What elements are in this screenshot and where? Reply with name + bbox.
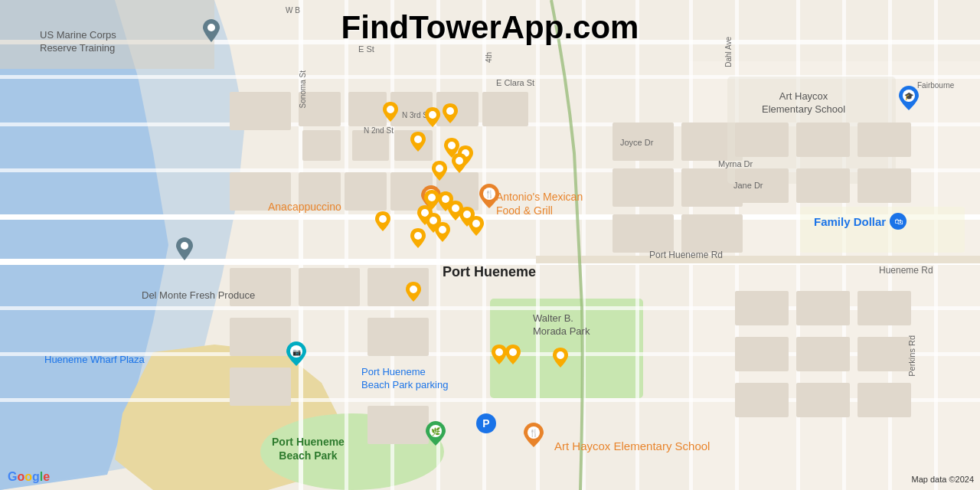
label-n2nd-st: N 2nd St xyxy=(364,126,394,135)
svg-text:🎓: 🎓 xyxy=(904,91,914,101)
svg-point-76 xyxy=(207,24,215,31)
map-container: FindTowerApp.com US Marine CorpsReserve … xyxy=(0,0,980,490)
label-family-dollar: Family Dollar 🛍 xyxy=(814,213,906,230)
svg-point-98 xyxy=(428,194,436,201)
svg-point-88 xyxy=(456,157,463,165)
label-surfside-seafood: Art Haycox Elementary School xyxy=(554,439,710,452)
label-walter-park: Walter B.Morada Park xyxy=(533,312,590,338)
label-wb: W B xyxy=(286,6,300,15)
svg-rect-42 xyxy=(345,172,387,211)
label-us-marine: US Marine CorpsReserve Training xyxy=(40,29,116,55)
label-port-hueneme-rd: Port Hueneme Rd xyxy=(649,250,723,260)
label-antonios: Antonio's MexicanFood & Grill xyxy=(496,190,583,217)
svg-point-84 xyxy=(446,107,454,115)
label-dahl-ave: Dahl Ave xyxy=(724,37,733,67)
pin-del-monte xyxy=(176,237,193,260)
pin-marine xyxy=(203,19,220,42)
pin-y2 xyxy=(425,107,440,127)
label-myrna-dr: Myrna Dr xyxy=(718,159,753,168)
svg-point-91 xyxy=(452,204,459,212)
svg-rect-39 xyxy=(482,92,528,126)
svg-rect-49 xyxy=(612,214,674,253)
pin-y4 xyxy=(410,132,426,152)
label-fairbourne: Fairbourne xyxy=(917,81,954,90)
pin-y12 xyxy=(469,216,484,236)
label-art-haycox: Art HaycoxElementary School xyxy=(762,90,845,116)
svg-rect-71 xyxy=(230,318,291,356)
svg-point-86 xyxy=(448,142,456,149)
svg-rect-63 xyxy=(796,337,850,371)
pin-y21 xyxy=(505,345,521,364)
svg-point-103 xyxy=(557,351,564,359)
svg-point-100 xyxy=(410,286,417,293)
label-port-hueneme: Port Hueneme xyxy=(443,264,536,280)
label-sonoma-st: Sonoma St xyxy=(299,70,307,108)
site-title: FindTowerApp.com xyxy=(341,9,639,46)
svg-text:🍴: 🍴 xyxy=(529,428,539,438)
svg-text:📷: 📷 xyxy=(292,348,302,357)
svg-rect-50 xyxy=(681,214,743,253)
map-data-text: Map data ©2024 xyxy=(912,475,975,484)
pin-parking: P xyxy=(476,413,496,438)
svg-rect-62 xyxy=(735,337,789,371)
pin-y15 xyxy=(435,222,450,242)
label-perkins-rd: Perkins Rd xyxy=(907,335,916,377)
svg-rect-55 xyxy=(858,122,911,157)
svg-rect-54 xyxy=(796,122,850,157)
svg-text:P: P xyxy=(482,417,489,430)
pin-y20 xyxy=(492,345,507,364)
svg-rect-47 xyxy=(612,168,674,207)
label-hueneme-wharf: Hueneme Wharf Plaza xyxy=(44,354,145,365)
label-beach-parking: Port HuenemeBeach Park parking xyxy=(361,366,448,392)
svg-point-83 xyxy=(429,111,436,119)
svg-point-93 xyxy=(472,220,480,227)
label-jane-dr: Jane Dr xyxy=(733,181,763,190)
svg-rect-19 xyxy=(436,0,440,490)
svg-rect-33 xyxy=(302,130,341,161)
svg-rect-74 xyxy=(368,406,429,444)
svg-rect-31 xyxy=(230,92,291,130)
svg-rect-57 xyxy=(796,168,850,203)
svg-rect-67 xyxy=(858,383,911,417)
label-del-monte: Del Monte Fresh Produce xyxy=(142,289,255,301)
label-beach-park: Port HuenemeBeach Park xyxy=(272,435,345,462)
pin-y22 xyxy=(553,348,568,368)
svg-point-96 xyxy=(439,226,446,234)
pin-surfside: 🍴 xyxy=(524,423,544,447)
svg-point-82 xyxy=(387,106,394,113)
svg-rect-53 xyxy=(735,122,789,157)
svg-rect-61 xyxy=(858,291,911,325)
svg-rect-69 xyxy=(299,268,360,306)
svg-rect-65 xyxy=(735,383,789,417)
svg-point-102 xyxy=(509,348,517,356)
svg-point-101 xyxy=(495,348,503,356)
svg-point-89 xyxy=(436,165,443,172)
label-4th-ave: 4th xyxy=(485,52,493,63)
google-logo: Google xyxy=(8,470,50,484)
pin-y16 xyxy=(410,228,426,248)
pin-y17 xyxy=(424,190,439,210)
svg-rect-35 xyxy=(352,130,389,161)
svg-rect-59 xyxy=(735,291,789,325)
svg-rect-21 xyxy=(536,0,540,490)
pin-y7 xyxy=(452,153,467,173)
label-anacappuccino: Anacappuccino xyxy=(268,201,341,213)
svg-rect-58 xyxy=(858,168,911,203)
pin-school: 🎓 xyxy=(899,86,919,110)
svg-rect-72 xyxy=(368,318,429,356)
svg-point-99 xyxy=(379,215,387,223)
svg-point-85 xyxy=(414,136,422,143)
pin-y1 xyxy=(383,102,398,122)
svg-rect-66 xyxy=(796,383,850,417)
svg-rect-34 xyxy=(348,92,387,126)
label-e-clara-st: E Clara St xyxy=(496,78,534,87)
svg-rect-60 xyxy=(796,291,850,325)
svg-rect-73 xyxy=(230,368,291,406)
svg-point-97 xyxy=(414,232,422,240)
pin-antonios: 🍴 xyxy=(479,184,499,208)
svg-text:🌿: 🌿 xyxy=(431,426,441,436)
label-hueneme-rd: Hueneme Rd xyxy=(879,265,933,276)
pin-y18 xyxy=(375,211,390,231)
svg-text:🍴: 🍴 xyxy=(485,189,495,199)
pin-beach-park: 🌿 xyxy=(426,421,446,446)
